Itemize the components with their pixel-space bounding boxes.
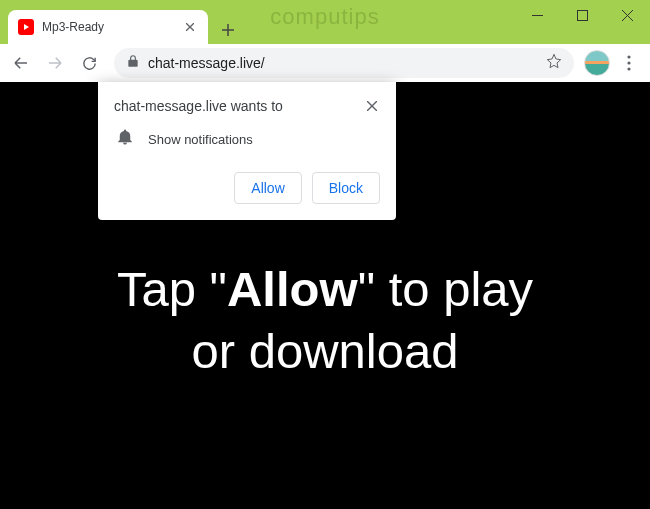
page-content: Tap "Allow" to play or download chat-mes… — [0, 82, 650, 509]
block-button[interactable]: Block — [312, 172, 380, 204]
lure-text: Tap "Allow" to play or download — [117, 209, 533, 382]
permission-origin-text: chat-message.live wants to — [114, 98, 283, 114]
bookmark-star-icon[interactable] — [546, 53, 562, 73]
watermark-text: computips — [270, 4, 379, 30]
kebab-menu-button[interactable] — [614, 48, 644, 78]
lock-icon — [126, 54, 140, 72]
bell-icon — [116, 128, 134, 150]
minimize-button[interactable] — [515, 0, 560, 30]
lure-line1-pre: Tap " — [117, 262, 227, 316]
window-controls — [515, 0, 650, 30]
svg-rect-1 — [578, 10, 588, 20]
notification-permission-dialog: chat-message.live wants to Show notifica… — [98, 82, 396, 220]
new-tab-button[interactable] — [214, 16, 242, 44]
forward-button[interactable] — [40, 48, 70, 78]
maximize-button[interactable] — [560, 0, 605, 30]
svg-point-9 — [627, 61, 630, 64]
back-button[interactable] — [6, 48, 36, 78]
browser-toolbar: chat-message.live/ — [0, 44, 650, 82]
profile-avatar[interactable] — [584, 50, 610, 76]
browser-tab[interactable]: Mp3-Ready — [8, 10, 208, 44]
permission-capability-text: Show notifications — [148, 132, 253, 147]
tab-title: Mp3-Ready — [42, 20, 174, 34]
url-text: chat-message.live/ — [148, 55, 538, 71]
svg-point-10 — [627, 67, 630, 70]
lure-line2: or download — [192, 324, 459, 378]
permission-close-button[interactable] — [364, 98, 380, 114]
lure-line1-post: " to play — [358, 262, 533, 316]
address-bar[interactable]: chat-message.live/ — [114, 48, 574, 78]
reload-button[interactable] — [74, 48, 104, 78]
lure-line1-bold: Allow — [227, 262, 358, 316]
svg-point-8 — [627, 55, 630, 58]
allow-button[interactable]: Allow — [234, 172, 301, 204]
tab-close-button[interactable] — [182, 19, 198, 35]
close-window-button[interactable] — [605, 0, 650, 30]
youtube-favicon-icon — [18, 19, 34, 35]
